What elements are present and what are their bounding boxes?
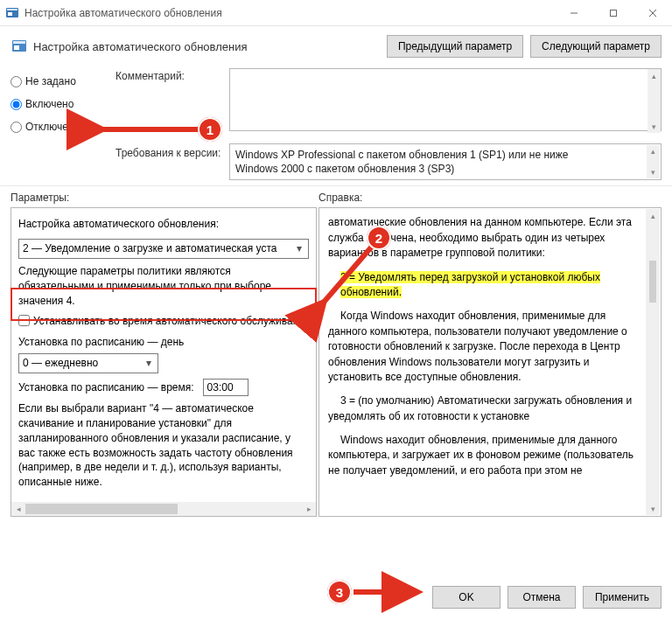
- page-title: Настройка автоматического обновления: [10, 38, 247, 55]
- ok-button[interactable]: OK: [432, 586, 500, 609]
- help-scrollbar[interactable]: ▴ ▾: [646, 209, 660, 515]
- config-dropdown[interactable]: 2 — Уведомление о загрузке и автоматичес…: [18, 239, 309, 259]
- day-dropdown[interactable]: 0 — ежедневно ▾: [18, 353, 158, 373]
- titlebar: Настройка автоматического обновления: [0, 0, 672, 26]
- help-p4: Windows находит обновления, применимые д…: [328, 433, 643, 478]
- maximize-button[interactable]: [593, 0, 633, 26]
- apply-button[interactable]: Применить: [583, 586, 662, 609]
- comment-textarea[interactable]: [229, 68, 662, 131]
- time-label: Установка по расписанию — время:: [18, 380, 194, 395]
- comment-label: Комментарий:: [116, 70, 229, 93]
- requirements-box: Windows XP Professional с пакетом обновл…: [229, 143, 662, 180]
- chevron-down-icon: ▾: [142, 354, 156, 373]
- radio-not-configured[interactable]: Не задано: [10, 70, 116, 93]
- state-radio-group: Не задано Включено Отключено: [10, 68, 116, 138]
- svg-rect-2: [8, 12, 12, 16]
- options-h-scrollbar[interactable]: ◂▸: [11, 502, 316, 516]
- time-input[interactable]: [203, 379, 248, 396]
- prev-setting-button[interactable]: Предыдущий параметр: [387, 35, 523, 58]
- options-note: Следующие параметры политики являются об…: [18, 264, 309, 308]
- svg-rect-9: [14, 45, 19, 50]
- next-setting-button[interactable]: Следующий параметр: [530, 35, 662, 58]
- window-title: Настройка автоматического обновления: [24, 7, 222, 19]
- config-label: Настройка автоматического обновления:: [18, 217, 309, 232]
- requirements-label: Требования к версии:: [116, 147, 229, 170]
- minimize-button[interactable]: [554, 0, 593, 26]
- dialog-buttons: OK Отмена Применить: [0, 575, 672, 620]
- close-button[interactable]: [633, 0, 672, 26]
- radio-disabled[interactable]: Отключено: [10, 115, 116, 138]
- cancel-button[interactable]: Отмена: [508, 586, 576, 609]
- comment-scrollbar[interactable]: ▴▾: [648, 69, 661, 133]
- svg-rect-8: [13, 41, 25, 44]
- window-controls: [554, 0, 672, 26]
- maintenance-checkbox[interactable]: [18, 315, 30, 326]
- app-icon: [5, 6, 19, 20]
- day-label: Установка по расписанию — день: [18, 335, 309, 350]
- options-pane: Настройка автоматического обновления: 2 …: [10, 207, 317, 517]
- options-paragraph: Если вы выбрали вариант "4 — автоматичес…: [18, 401, 309, 490]
- help-p2: Когда Windows находит обновления, примен…: [328, 309, 643, 385]
- help-highlight: 2 = Уведомлять перед загрузкой и установ…: [340, 271, 600, 298]
- chevron-down-icon: ▾: [292, 240, 306, 258]
- help-pane: автоматические обновления на данном комп…: [318, 207, 662, 517]
- svg-rect-4: [610, 10, 616, 16]
- requirements-scrollbar[interactable]: ▴▾: [647, 145, 660, 178]
- svg-rect-1: [7, 9, 18, 10]
- options-header: Параметры:: [10, 192, 318, 204]
- radio-enabled[interactable]: Включено: [10, 93, 116, 115]
- policy-icon: [10, 38, 28, 55]
- help-p3: 3 = (по умолчанию) Автоматически загружа…: [328, 394, 643, 424]
- maintenance-checkbox-row[interactable]: Устанавливать во время автоматического о…: [18, 314, 309, 329]
- help-header: Справка:: [318, 192, 662, 204]
- help-p1: автоматические обновления на данном комп…: [328, 215, 643, 261]
